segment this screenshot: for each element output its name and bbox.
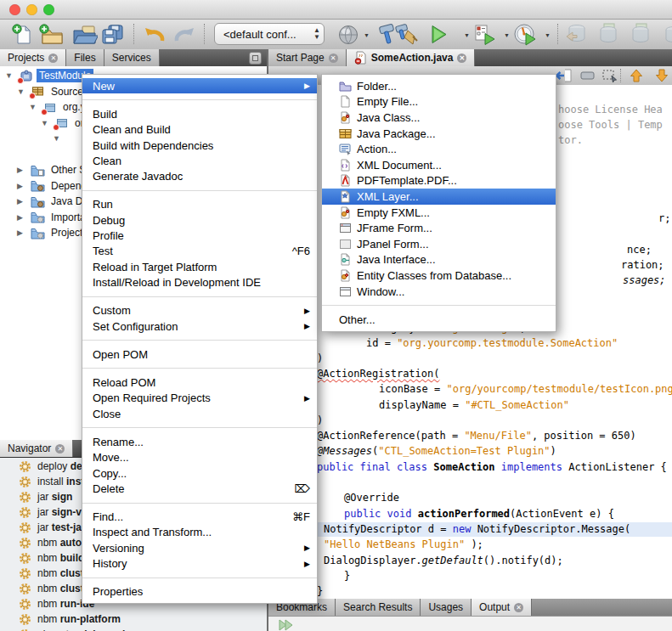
menu-item-versioning[interactable]: Versioning▶ bbox=[82, 540, 317, 555]
next-bookmark-icon[interactable] bbox=[654, 68, 669, 83]
menu-item-rename-[interactable]: Rename... bbox=[82, 434, 317, 449]
debug-icon[interactable] bbox=[473, 23, 499, 46]
tab-output[interactable]: Output✕ bbox=[472, 599, 532, 616]
menu-item-run[interactable]: Run bbox=[82, 197, 317, 212]
menu-item-window-[interactable]: Window... bbox=[322, 284, 556, 300]
collapsed-arrow-icon[interactable]: ▶ bbox=[17, 213, 23, 222]
tab-start-page[interactable]: Start Page✕ bbox=[268, 49, 347, 66]
menu-item-java-package-[interactable]: Java Package... bbox=[322, 126, 556, 142]
undo-icon[interactable] bbox=[141, 23, 167, 46]
database-4-icon[interactable] bbox=[662, 22, 672, 45]
clean-and-build-icon[interactable] bbox=[394, 23, 420, 46]
globe-dropdown-caret-icon[interactable]: ▼ bbox=[364, 32, 370, 38]
menu-item-new[interactable]: New▶ bbox=[82, 78, 317, 93]
menu-item-reload-pom[interactable]: Reload POM bbox=[82, 375, 317, 390]
menu-item-move-[interactable]: Move... bbox=[82, 450, 317, 465]
menu-item-build[interactable]: Build bbox=[82, 106, 317, 121]
menu-item-jframe-form-[interactable]: JFrame Form... bbox=[322, 220, 556, 236]
expanded-arrow-icon[interactable]: ▼ bbox=[53, 134, 60, 143]
menu-item-history[interactable]: History▶ bbox=[82, 555, 317, 571]
expanded-arrow-icon[interactable]: ▼ bbox=[17, 87, 25, 96]
tab-usages[interactable]: Usages bbox=[421, 599, 472, 616]
open-project-icon[interactable] bbox=[71, 23, 98, 46]
menu-item-empty-file-[interactable]: Empty File... bbox=[322, 94, 556, 110]
collapsed-arrow-icon[interactable]: ▶ bbox=[17, 228, 23, 237]
close-icon[interactable]: ✕ bbox=[457, 54, 466, 63]
database-2-icon[interactable] bbox=[597, 22, 620, 45]
collapsed-arrow-icon[interactable]: ▶ bbox=[17, 166, 23, 174]
menu-item-set-configuration[interactable]: Set Configuration▶ bbox=[82, 318, 317, 334]
collapsed-arrow-icon[interactable]: ▶ bbox=[17, 182, 23, 190]
menu-item-delete[interactable]: Delete⌦ bbox=[82, 481, 317, 496]
gear-icon bbox=[19, 598, 31, 611]
new-project-icon[interactable] bbox=[38, 23, 63, 46]
menu-item-xml-document-[interactable]: XML Document... bbox=[322, 157, 556, 173]
menu-item-install-reload-in-development-ide[interactable]: Install/Reload in Development IDE bbox=[82, 274, 317, 290]
menu-item-debug[interactable]: Debug bbox=[82, 212, 317, 228]
navigator-item[interactable]: nbm run-platform bbox=[0, 611, 267, 627]
save-all-icon[interactable] bbox=[100, 23, 125, 46]
tab-files[interactable]: Files bbox=[66, 49, 104, 66]
menu-item-open-pom[interactable]: Open POM bbox=[82, 346, 317, 362]
menu-item-reload-in-target-platform[interactable]: Reload in Target Platform bbox=[82, 259, 317, 274]
menu-item-clean-and-build[interactable]: Clean and Build bbox=[82, 122, 317, 138]
configuration-dropdown[interactable]: <default conf... ▲▼ bbox=[214, 23, 325, 45]
menu-item-open-required-projects[interactable]: Open Required Projects▶ bbox=[82, 391, 317, 406]
menu-item-profile[interactable]: Profile bbox=[82, 228, 317, 243]
tab-projects[interactable]: Projects✕ bbox=[0, 49, 66, 66]
tab-services[interactable]: Services bbox=[104, 49, 160, 66]
menu-item-pdftemplate-pdf-[interactable]: PDFTemplate.PDF... bbox=[322, 173, 556, 189]
set-main-project-globe-icon[interactable] bbox=[336, 24, 360, 46]
menu-item-properties[interactable]: Properties bbox=[82, 584, 317, 600]
debug-dropdown-caret-icon[interactable]: ▼ bbox=[504, 32, 510, 38]
minimize-window-icon[interactable] bbox=[26, 4, 37, 15]
close-icon[interactable]: ✕ bbox=[55, 444, 65, 454]
tab-someaction-java[interactable]: SomeAction.java✕ bbox=[347, 49, 476, 66]
expanded-arrow-icon[interactable]: ▼ bbox=[5, 71, 13, 80]
rerun-output-icon[interactable] bbox=[279, 619, 297, 631]
menu-item-action-[interactable]: Action... bbox=[322, 141, 556, 157]
zoom-window-icon[interactable] bbox=[43, 4, 54, 15]
menu-item-entity-classes-from-database-[interactable]: Entity Classes from Database... bbox=[322, 268, 556, 284]
menu-item-empty-fxml-[interactable]: Empty FXML... bbox=[322, 205, 556, 221]
expanded-arrow-icon[interactable]: ▼ bbox=[41, 119, 48, 127]
navigator-item[interactable]: nbm standalone-zip bbox=[0, 627, 267, 631]
database-1-icon[interactable] bbox=[565, 22, 588, 45]
profile-dropdown-caret-icon[interactable]: ▼ bbox=[545, 32, 551, 38]
run-icon[interactable] bbox=[429, 24, 449, 45]
menu-item-java-class-[interactable]: Java Class... bbox=[322, 110, 556, 126]
tab-search-results[interactable]: Search Results bbox=[336, 599, 421, 616]
highlight-pill-icon[interactable] bbox=[579, 68, 596, 83]
tab-navigator[interactable]: Navigator ✕ bbox=[0, 440, 73, 457]
menu-item-copy-[interactable]: Copy... bbox=[82, 465, 317, 481]
rectangular-selection-icon[interactable] bbox=[601, 68, 618, 83]
close-icon[interactable]: ✕ bbox=[329, 54, 338, 63]
menu-item-label: Custom bbox=[93, 304, 131, 317]
menu-item-generate-javadoc[interactable]: Generate Javadoc bbox=[82, 168, 317, 183]
menu-item-clean[interactable]: Clean bbox=[82, 153, 317, 168]
menu-item-other-[interactable]: Other... bbox=[322, 312, 556, 328]
new-file-icon[interactable] bbox=[11, 23, 34, 46]
last-edit-location-icon[interactable] bbox=[554, 68, 573, 83]
run-dropdown-caret-icon[interactable]: ▼ bbox=[464, 32, 470, 38]
menu-item-custom[interactable]: Custom▶ bbox=[82, 303, 317, 318]
menu-item-find-[interactable]: Find...⌘F bbox=[82, 510, 317, 525]
menu-item-folder-[interactable]: Folder... bbox=[322, 78, 556, 94]
close-window-icon[interactable] bbox=[9, 4, 20, 15]
redo-icon[interactable] bbox=[172, 23, 198, 46]
menu-item-jpanel-form-[interactable]: JPanel Form... bbox=[322, 236, 556, 252]
menu-item-test[interactable]: Test^F6 bbox=[82, 244, 317, 259]
database-3-icon[interactable] bbox=[630, 22, 652, 45]
menu-item-xml-layer-[interactable]: XML Layer... bbox=[322, 189, 556, 205]
menu-item-close[interactable]: Close bbox=[82, 406, 317, 421]
close-icon[interactable]: ✕ bbox=[514, 603, 523, 612]
menu-item-build-with-dependencies[interactable]: Build with Dependencies bbox=[82, 138, 317, 153]
float-window-button[interactable] bbox=[249, 52, 262, 65]
menu-item-java-interface-[interactable]: Java Interface... bbox=[322, 252, 556, 268]
collapsed-arrow-icon[interactable]: ▶ bbox=[17, 197, 23, 206]
profile-icon[interactable] bbox=[513, 23, 538, 46]
expanded-arrow-icon[interactable]: ▼ bbox=[29, 103, 37, 111]
close-icon[interactable]: ✕ bbox=[48, 54, 58, 63]
previous-bookmark-icon[interactable] bbox=[629, 68, 644, 83]
menu-item-inspect-and-transform-[interactable]: Inspect and Transform... bbox=[82, 525, 317, 540]
